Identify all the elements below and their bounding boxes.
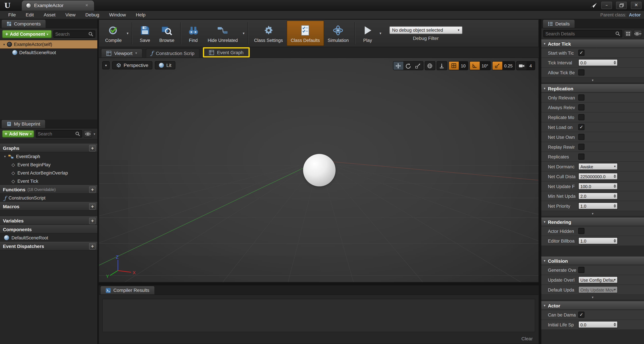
tree-row-exampleactor[interactable]: ▾ ExampleActor(self) [0, 40, 97, 48]
add-macro-button[interactable]: + [89, 203, 96, 210]
find-button[interactable]: Find [183, 20, 204, 46]
add-graph-button[interactable]: + [89, 145, 96, 151]
components-section-header[interactable]: Components [0, 225, 97, 234]
world-space-toggle-button[interactable] [425, 61, 435, 70]
close-button[interactable]: ✕ [631, 1, 642, 9]
number-field[interactable]: 1.0 [578, 237, 618, 244]
class-settings-button[interactable]: Class Settings [250, 20, 286, 46]
scale-snap-value[interactable]: 0.25 [502, 61, 515, 70]
rotation-snap-toggle-button[interactable] [470, 61, 480, 70]
checkbox[interactable]: ✓ [578, 267, 584, 273]
spin-arrows-icon[interactable] [613, 175, 616, 178]
checkbox[interactable]: ✓ [578, 94, 584, 101]
checkbox[interactable]: ✓ [578, 124, 584, 130]
menu-view[interactable]: View [60, 11, 80, 19]
checkbox[interactable]: ✓ [578, 312, 584, 318]
move-tool-button[interactable] [394, 61, 403, 70]
components-search[interactable] [53, 30, 95, 38]
display-filter-button[interactable]: ▾ [634, 30, 642, 37]
tab-viewport[interactable]: Viewport ▾ [101, 48, 142, 57]
property-matrix-button[interactable] [624, 30, 632, 37]
scale-tool-button[interactable] [413, 61, 423, 70]
number-field[interactable]: 2.0 [578, 193, 618, 200]
scene-root-item[interactable]: DefaultSceneRoot [0, 234, 97, 242]
checkbox[interactable]: ✓ [578, 134, 584, 140]
class-defaults-button[interactable]: Class Defaults [286, 20, 324, 46]
add-new-button[interactable]: + Add New ▾ [2, 130, 34, 137]
spin-arrows-icon[interactable] [613, 239, 616, 243]
compiler-log[interactable] [102, 299, 535, 332]
section-header-rendering[interactable]: ▾ Rendering [541, 218, 644, 226]
event-beginplay-item[interactable]: ◇ Event BeginPlay [0, 161, 97, 169]
details-search-input[interactable] [546, 31, 615, 36]
macros-section-header[interactable]: Macros + [0, 202, 97, 211]
section-header-actor[interactable]: ▾ Actor [541, 302, 644, 310]
section-header-replication[interactable]: ▾ Replication [541, 84, 644, 93]
sphere-mesh[interactable] [303, 154, 336, 186]
spin-arrows-icon[interactable] [613, 204, 616, 208]
dropdown[interactable]: Use Config Default▾ [578, 276, 618, 283]
lit-mode-button[interactable]: Lit [155, 61, 176, 69]
tab-compiler-results[interactable]: Compiler Results [100, 286, 155, 294]
expand-advanced-button[interactable]: ▾ [541, 295, 644, 300]
viewport-options-button[interactable]: ▾ [102, 61, 110, 69]
checkbox[interactable]: ✓ [578, 104, 584, 110]
debug-object-dropdown[interactable]: No debug object selected ▾ [389, 26, 462, 34]
dropdown[interactable]: Awake▾ [578, 163, 618, 170]
rotation-snap-value[interactable]: 10° [480, 61, 490, 70]
simulation-button[interactable]: Simulation [324, 20, 352, 46]
event-dispatchers-section-header[interactable]: Event Dispatchers + [0, 242, 97, 250]
tab-components[interactable]: Components [1, 19, 46, 28]
tab-construction-script[interactable]: ƒ Construction Scrip [146, 48, 200, 57]
tab-close-icon[interactable]: ✕ [85, 3, 88, 7]
components-search-input[interactable] [55, 32, 88, 36]
menu-asset[interactable]: Asset [39, 11, 60, 19]
graphs-section-header[interactable]: Graphs + [0, 144, 97, 152]
menu-file[interactable]: File [3, 11, 21, 19]
add-event-dispatcher-button[interactable]: + [89, 243, 96, 250]
number-field[interactable]: 100.0 [578, 183, 618, 190]
paper-plane-icon[interactable] [590, 2, 597, 8]
checkbox[interactable]: ✓ [578, 144, 584, 150]
menu-debug[interactable]: Debug [80, 11, 104, 19]
clear-button[interactable]: Clear [522, 336, 533, 341]
scale-snap-toggle-button[interactable] [492, 61, 502, 70]
section-header-collision[interactable]: ▾ Collision [541, 257, 644, 265]
checkbox[interactable]: ✓ [578, 228, 584, 234]
tree-row-scene-root[interactable]: DefaultSceneRoot [0, 48, 97, 57]
play-button[interactable]: Play [357, 20, 378, 46]
details-search-box[interactable] [544, 30, 622, 37]
compile-button[interactable]: Compile [102, 20, 126, 46]
document-tab[interactable]: ExampleActor ✕ [21, 0, 94, 10]
checkbox[interactable]: ✓ [578, 69, 584, 76]
menu-edit[interactable]: Edit [21, 11, 39, 19]
spin-arrows-icon[interactable] [613, 323, 616, 327]
save-button[interactable]: Save [134, 20, 156, 46]
surface-snap-button[interactable] [437, 61, 447, 70]
parent-class-value[interactable]: Actor [629, 12, 641, 17]
camera-speed-button[interactable] [517, 61, 526, 70]
spin-arrows-icon[interactable] [613, 194, 616, 198]
my-blueprint-search-input[interactable] [38, 131, 75, 136]
number-field[interactable]: 1.0 [578, 202, 618, 209]
number-field[interactable]: 0.0 [578, 321, 618, 328]
add-component-button[interactable]: + Add Component ▾ [2, 30, 52, 38]
my-blueprint-search[interactable] [36, 130, 82, 137]
3d-viewport[interactable]: ▾ Perspective Lit [98, 57, 539, 283]
menu-help[interactable]: Help [131, 11, 150, 19]
variables-section-header[interactable]: Variables + [0, 216, 97, 225]
perspective-button[interactable]: Perspective [112, 61, 152, 69]
number-field[interactable]: 225000000.0 [578, 173, 618, 180]
checkbox[interactable]: ✓ [578, 114, 584, 120]
menu-window[interactable]: Window [104, 11, 131, 19]
functions-section-header[interactable]: Functions (18 Overridable) + [0, 185, 97, 194]
number-field[interactable]: 0.0 [578, 59, 618, 66]
grid-snap-value[interactable]: 10 [459, 61, 468, 70]
hide-unrelated-button[interactable]: Hide Unrelated [204, 20, 242, 46]
minimize-button[interactable]: – [601, 1, 612, 9]
spin-arrows-icon[interactable] [613, 61, 616, 64]
compile-options-caret[interactable]: ▾ [126, 31, 130, 35]
rotate-tool-button[interactable] [403, 61, 413, 70]
add-variable-button[interactable]: + [89, 217, 96, 224]
tab-my-blueprint[interactable]: My Blueprint [1, 119, 46, 128]
